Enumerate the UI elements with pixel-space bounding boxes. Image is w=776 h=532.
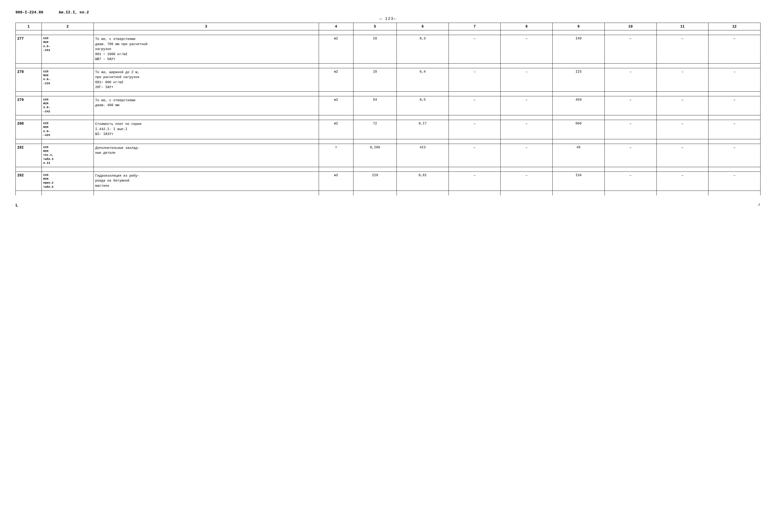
row-ref: ССП МСМ прил.2 табл.5	[41, 172, 93, 191]
row-col12: –	[709, 35, 761, 64]
row-description: То же, с отверстиями диам. 400 мм	[93, 96, 319, 115]
row-col10: –	[604, 35, 656, 64]
row-col7: –	[448, 96, 501, 115]
row-qty: 54	[354, 96, 397, 115]
table-row: 278ССП МСМ п.8– –II6То же, шириной до 2 …	[16, 68, 761, 91]
table-row: 282ССП МСМ прил.2 табл.5Гидроизоляция из…	[16, 172, 761, 191]
row-unit: м2	[319, 35, 353, 64]
row-col9: 45	[553, 144, 605, 167]
row-col9: II5	[553, 68, 605, 91]
col-header-7: 7	[448, 23, 501, 30]
row-price: 0,6I	[397, 172, 449, 191]
row-col9: 459	[553, 96, 605, 115]
row-unit: м2	[319, 120, 353, 139]
page-number: — 123—	[15, 17, 761, 21]
row-col7: –	[448, 172, 501, 191]
row-description: Стоимость плит по серии I.442.I– I вып.I…	[93, 120, 319, 139]
doc-ref: 908-I-224.86	[15, 10, 43, 15]
row-col9: I34	[553, 172, 605, 191]
row-col10: –	[604, 68, 656, 91]
row-col8: –	[501, 144, 553, 167]
col-header-12: 12	[709, 23, 761, 30]
row-price: 6,4	[397, 68, 449, 91]
row-description: То же, с отверстиями диам. 700 мм при ра…	[93, 35, 319, 64]
col-header-5: 5	[354, 23, 397, 30]
col-header-8: 8	[501, 23, 553, 30]
table-row: 280ССП МСМ п.8– –4I5Стоимость плит по се…	[16, 120, 761, 139]
row-col9: I49	[553, 35, 605, 64]
row-col8: –	[501, 68, 553, 91]
row-col11: –	[656, 120, 709, 139]
row-number: 278	[16, 68, 42, 91]
row-col12: –	[709, 120, 761, 139]
row-ref: ССП МСМ п.8– –I42	[41, 96, 93, 115]
row-col11: –	[656, 68, 709, 91]
row-qty: 2I9	[354, 172, 397, 191]
table-row: 279ССП МСМ п.8– –I42То же, с отверстиями…	[16, 96, 761, 115]
row-number: 277	[16, 35, 42, 64]
row-unit: т	[319, 144, 353, 167]
row-col7: –	[448, 144, 501, 167]
col-header-11: 11	[656, 23, 709, 30]
row-col8: –	[501, 172, 553, 191]
row-col10: –	[604, 172, 656, 191]
row-col8: –	[501, 96, 553, 115]
row-ref: ССП МСМ п.8– –I53	[41, 35, 93, 64]
row-unit: м2	[319, 172, 353, 191]
row-description: Дополнительные заклад- ные детали	[93, 144, 319, 167]
row-col10: –	[604, 120, 656, 139]
row-price: 9,I7	[397, 120, 449, 139]
row-col12: –	[709, 68, 761, 91]
row-number: 282	[16, 172, 42, 191]
row-col8: –	[501, 35, 553, 64]
row-number: 28I	[16, 144, 42, 167]
row-col10: –	[604, 96, 656, 115]
row-ref: ССП МСМ тех.ч, табл.3 п.I3	[41, 144, 93, 167]
footer-left: L	[15, 203, 18, 208]
table-row: 28IССП МСМ тех.ч, табл.3 п.I3Дополнитель…	[16, 144, 761, 167]
row-qty: I8	[354, 68, 397, 91]
row-qty: 72	[354, 120, 397, 139]
row-unit: м2	[319, 68, 353, 91]
col-header-2: 2	[41, 23, 93, 30]
row-number: 280	[16, 120, 42, 139]
row-col7: –	[448, 120, 501, 139]
row-col7: –	[448, 68, 501, 91]
col-header-1: 1	[16, 23, 42, 30]
table-row: 277ССП МСМ п.8– –I53То же, с отверстиями…	[16, 35, 761, 64]
row-col11: –	[656, 172, 709, 191]
row-col12: –	[709, 172, 761, 191]
col-header-6: 6	[397, 23, 449, 30]
row-col11: –	[656, 35, 709, 64]
col-header-3: 3	[93, 23, 319, 30]
row-col11: –	[656, 96, 709, 115]
row-col10: –	[604, 144, 656, 167]
row-col11: –	[656, 144, 709, 167]
row-col9: 660	[553, 120, 605, 139]
row-price: 4I3	[397, 144, 449, 167]
row-description: То же, шириной до 2 м, при расчетной наг…	[93, 68, 319, 91]
col-header-10: 10	[604, 23, 656, 30]
doc-title: Аи.I2.I, кн.2	[59, 10, 89, 15]
row-price: 8,5	[397, 96, 449, 115]
row-col7: –	[448, 35, 501, 64]
row-qty: I8	[354, 35, 397, 64]
row-unit: м2	[319, 96, 353, 115]
col-header-9: 9	[553, 23, 605, 30]
row-ref: ССП МСМ п.8– –II6	[41, 68, 93, 91]
row-price: 8,3	[397, 35, 449, 64]
row-col12: –	[709, 144, 761, 167]
footer: L ┘	[15, 203, 761, 208]
row-col12: –	[709, 96, 761, 115]
row-col8: –	[501, 120, 553, 139]
main-table: 1 2 3 4 5 6 7 8 9 10 11 12 277ССП МСМ п.…	[15, 23, 761, 196]
row-number: 279	[16, 96, 42, 115]
footer-right: ┘	[758, 203, 761, 208]
row-ref: ССП МСМ п.8– –4I5	[41, 120, 93, 139]
col-header-4: 4	[319, 23, 353, 30]
row-qty: 0,I09	[354, 144, 397, 167]
row-description: Гидроизоляция из ребу- роида на битумной…	[93, 172, 319, 191]
